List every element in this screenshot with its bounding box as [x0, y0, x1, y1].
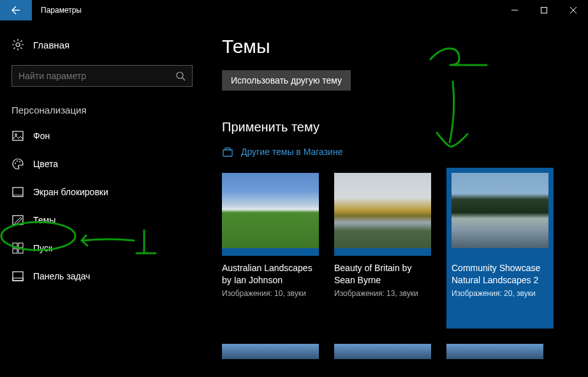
theme-card-britain[interactable]: Beauty of Britain by Sean Byrne Изображе… — [334, 173, 431, 329]
sidebar-item-taskbar[interactable]: Панель задач — [0, 262, 204, 290]
theme-meta: Изображения: 13, звуки — [334, 289, 431, 298]
svg-rect-14 — [18, 249, 23, 253]
sidebar-item-background[interactable]: Фон — [0, 122, 204, 150]
sidebar-item-colors[interactable]: Цвета — [0, 150, 204, 178]
sidebar: Главная Персонализация Фон Цвета Э — [0, 20, 204, 377]
window-title: Параметры — [32, 6, 500, 15]
svg-point-2 — [177, 72, 183, 78]
theme-thumbnail[interactable] — [222, 344, 319, 359]
theme-name: Community Showcase Natural Landscapes 2 — [452, 262, 548, 286]
home-label: Главная — [33, 40, 70, 50]
svg-rect-12 — [18, 243, 23, 248]
minimize-button[interactable] — [500, 0, 529, 20]
svg-rect-16 — [13, 278, 23, 281]
close-icon — [570, 7, 577, 13]
svg-point-4 — [15, 134, 17, 136]
brush-icon — [11, 214, 24, 226]
theme-meta: Изображения: 20, звуки — [452, 289, 548, 298]
titlebar: Параметры — [0, 0, 588, 20]
close-button[interactable] — [559, 0, 588, 20]
back-button[interactable] — [0, 0, 32, 20]
theme-thumbnail[interactable] — [334, 344, 431, 359]
search-box[interactable] — [11, 65, 193, 87]
taskbar-icon — [11, 270, 24, 283]
arrow-left-icon — [11, 5, 21, 15]
window-controls — [500, 0, 588, 20]
theme-name: Beauty of Britain by Sean Byrne — [334, 262, 431, 286]
maximize-icon — [541, 7, 547, 13]
svg-point-6 — [17, 161, 18, 162]
themes-row: Australian Landscapes by Ian Johnson Изо… — [222, 173, 588, 329]
svg-point-1 — [16, 43, 20, 47]
sidebar-item-start[interactable]: Пуск — [0, 234, 204, 262]
svg-rect-13 — [13, 249, 17, 253]
main-content: Темы Использовать другую тему Применить … — [204, 20, 588, 377]
sidebar-item-label: Пуск — [33, 243, 52, 253]
theme-thumbnail — [334, 173, 431, 256]
start-icon — [11, 242, 24, 255]
use-different-theme-button[interactable]: Использовать другую тему — [222, 70, 351, 91]
svg-rect-15 — [13, 272, 23, 281]
store-icon — [222, 146, 233, 158]
sidebar-section-label: Персонализация — [0, 87, 204, 122]
lockscreen-icon — [11, 186, 24, 198]
sidebar-item-label: Панель задач — [33, 271, 90, 281]
svg-rect-3 — [13, 131, 23, 140]
sidebar-item-label: Темы — [33, 215, 55, 225]
sidebar-item-label: Экран блокировки — [33, 187, 108, 197]
themes-row-partial — [222, 344, 588, 359]
theme-card-natural-selected[interactable]: Community Showcase Natural Landscapes 2 … — [446, 168, 554, 329]
sidebar-item-themes[interactable]: Темы — [0, 206, 204, 234]
svg-rect-9 — [13, 194, 23, 196]
gear-icon — [11, 38, 24, 51]
theme-name: Australian Landscapes by Ian Johnson — [222, 262, 319, 286]
svg-rect-0 — [541, 8, 547, 13]
palette-icon — [11, 158, 24, 170]
more-themes-store-link[interactable]: Другие темы в Магазине — [222, 146, 588, 158]
sidebar-item-label: Фон — [33, 131, 50, 141]
store-link-label: Другие темы в Магазине — [241, 147, 342, 157]
page-title: Темы — [222, 36, 588, 57]
theme-thumbnail[interactable] — [446, 344, 543, 359]
theme-card-australian[interactable]: Australian Landscapes by Ian Johnson Изо… — [222, 173, 319, 329]
theme-thumbnail — [452, 173, 548, 256]
apply-theme-title: Применить тему — [222, 120, 588, 135]
svg-point-7 — [19, 161, 20, 163]
svg-point-5 — [15, 163, 16, 164]
search-icon — [175, 71, 186, 81]
svg-rect-11 — [13, 243, 17, 248]
sidebar-item-lockscreen[interactable]: Экран блокировки — [0, 178, 204, 206]
picture-icon — [11, 129, 24, 142]
home-link[interactable]: Главная — [0, 32, 204, 60]
theme-meta: Изображения: 10, звуки — [222, 289, 319, 298]
maximize-button[interactable] — [529, 0, 559, 20]
theme-thumbnail — [222, 173, 319, 256]
minimize-icon — [511, 7, 518, 13]
search-input[interactable] — [18, 71, 175, 81]
sidebar-item-label: Цвета — [33, 159, 58, 169]
